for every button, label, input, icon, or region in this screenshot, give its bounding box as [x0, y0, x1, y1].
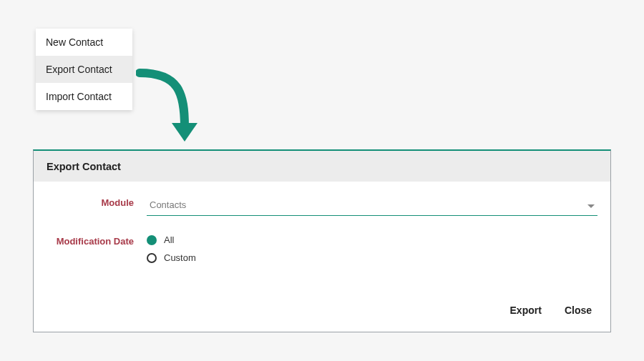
field-label-module: Module [47, 194, 147, 208]
export-button[interactable]: Export [509, 302, 543, 319]
menu-item-label: Export Contact [46, 64, 112, 75]
field-module: Module Contacts [47, 194, 597, 216]
radio-label: All [164, 234, 174, 245]
module-dropdown[interactable]: Contacts [147, 194, 597, 216]
menu-item-new-contact[interactable]: New Contact [36, 29, 132, 56]
menu-item-import-contact[interactable]: Import Contact [36, 83, 132, 110]
radio-dot-icon [147, 235, 157, 245]
export-contact-dialog: Export Contact Module Contacts Modificat… [33, 149, 611, 332]
arrow-icon [136, 64, 208, 150]
context-menu: New Contact Export Contact Import Contac… [36, 29, 132, 110]
dialog-title: Export Contact [34, 151, 610, 182]
dialog-body: Module Contacts Modification Date All [34, 182, 610, 295]
close-button[interactable]: Close [563, 302, 593, 319]
module-dropdown-value: Contacts [150, 199, 186, 210]
chevron-down-icon [587, 199, 595, 212]
menu-item-label: Import Contact [46, 91, 112, 102]
field-label-modification-date: Modification Date [47, 233, 147, 247]
radio-label: Custom [164, 252, 196, 263]
dialog-footer: Export Close [34, 295, 610, 332]
menu-item-label: New Contact [46, 36, 103, 48]
radio-custom[interactable]: Custom [147, 252, 597, 263]
field-modification-date: Modification Date All Custom [47, 233, 597, 270]
radio-dot-icon [147, 253, 157, 263]
menu-item-export-contact[interactable]: Export Contact [36, 56, 132, 83]
radio-all[interactable]: All [147, 234, 597, 245]
